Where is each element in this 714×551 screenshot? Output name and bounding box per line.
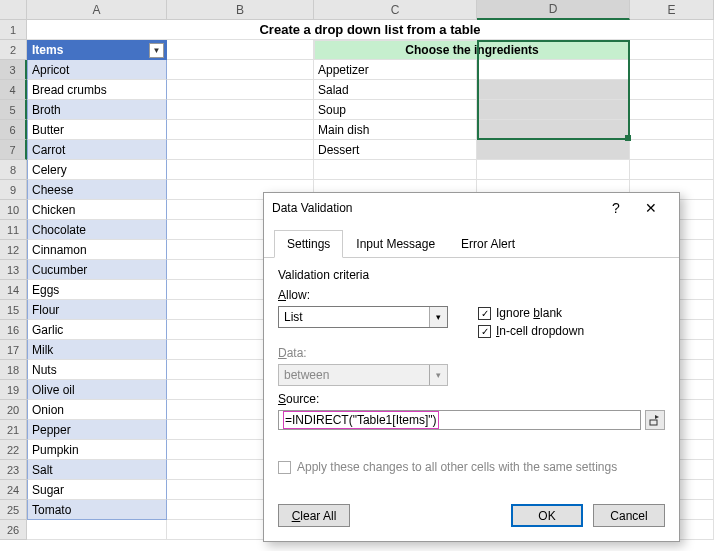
allow-dropdown[interactable]: List ▾: [278, 306, 448, 328]
tab-error-alert[interactable]: Error Alert: [448, 230, 528, 258]
close-icon[interactable]: ✕: [631, 200, 671, 216]
row-header[interactable]: 16: [0, 320, 27, 340]
cell[interactable]: Items▼: [27, 40, 167, 60]
cell[interactable]: Main dish: [314, 120, 477, 140]
row-header[interactable]: 21: [0, 420, 27, 440]
row-header[interactable]: 18: [0, 360, 27, 380]
cell[interactable]: [167, 60, 314, 80]
cell[interactable]: [477, 160, 630, 180]
row-header[interactable]: 10: [0, 200, 27, 220]
cell[interactable]: [630, 100, 714, 120]
range-select-button[interactable]: [645, 410, 665, 430]
cell[interactable]: [167, 140, 314, 160]
ignore-blank-checkbox[interactable]: ✓: [478, 307, 491, 320]
row-header[interactable]: 20: [0, 400, 27, 420]
cell[interactable]: Apricot: [27, 60, 167, 80]
cell[interactable]: Onion: [27, 400, 167, 420]
cell[interactable]: [477, 60, 630, 80]
row-header[interactable]: 11: [0, 220, 27, 240]
chevron-down-icon: ▾: [429, 307, 447, 327]
cell[interactable]: Celery: [27, 160, 167, 180]
row-header[interactable]: 15: [0, 300, 27, 320]
cell[interactable]: Pepper: [27, 420, 167, 440]
cell[interactable]: [630, 140, 714, 160]
cell[interactable]: Flour: [27, 300, 167, 320]
row-header[interactable]: 5: [0, 100, 27, 120]
row-header[interactable]: 4: [0, 80, 27, 100]
cell[interactable]: Dessert: [314, 140, 477, 160]
cell[interactable]: Pumpkin: [27, 440, 167, 460]
row-header[interactable]: 1: [0, 20, 27, 40]
row-header[interactable]: 17: [0, 340, 27, 360]
column-header[interactable]: D: [477, 0, 630, 20]
cell[interactable]: Cucumber: [27, 260, 167, 280]
cell[interactable]: Carrot: [27, 140, 167, 160]
cell[interactable]: Olive oil: [27, 380, 167, 400]
row-header[interactable]: 3: [0, 60, 27, 80]
row-header[interactable]: 19: [0, 380, 27, 400]
row-header[interactable]: 26: [0, 520, 27, 540]
row-header[interactable]: 14: [0, 280, 27, 300]
cell[interactable]: Salad: [314, 80, 477, 100]
cell[interactable]: [630, 60, 714, 80]
cell[interactable]: Cinnamon: [27, 240, 167, 260]
cell[interactable]: Soup: [314, 100, 477, 120]
cell[interactable]: [167, 100, 314, 120]
cell[interactable]: [314, 160, 477, 180]
source-input[interactable]: =INDIRECT("Table1[Items]"): [278, 410, 641, 430]
column-header[interactable]: B: [167, 0, 314, 20]
dialog-title: Data Validation: [272, 201, 601, 215]
cell[interactable]: [630, 80, 714, 100]
cell[interactable]: Salt: [27, 460, 167, 480]
cell[interactable]: Broth: [27, 100, 167, 120]
column-header[interactable]: C: [314, 0, 477, 20]
row-header[interactable]: 13: [0, 260, 27, 280]
cell[interactable]: [477, 80, 630, 100]
row-header[interactable]: 9: [0, 180, 27, 200]
cell[interactable]: Eggs: [27, 280, 167, 300]
cell[interactable]: Bread crumbs: [27, 80, 167, 100]
filter-dropdown-icon[interactable]: ▼: [149, 43, 164, 58]
ingredients-header[interactable]: Choose the ingredients: [314, 40, 630, 60]
column-header[interactable]: E: [630, 0, 714, 20]
cell[interactable]: Sugar: [27, 480, 167, 500]
row-header[interactable]: 2: [0, 40, 27, 60]
row-header[interactable]: 8: [0, 160, 27, 180]
row-header[interactable]: 7: [0, 140, 27, 160]
select-all-corner[interactable]: [0, 0, 27, 20]
cell[interactable]: [630, 160, 714, 180]
cell[interactable]: [167, 80, 314, 100]
column-header[interactable]: A: [27, 0, 167, 20]
row-header[interactable]: 22: [0, 440, 27, 460]
row-header[interactable]: 12: [0, 240, 27, 260]
cell[interactable]: [630, 120, 714, 140]
row-header[interactable]: 23: [0, 460, 27, 480]
incell-dropdown-checkbox[interactable]: ✓: [478, 325, 491, 338]
cell[interactable]: Butter: [27, 120, 167, 140]
tab-input-message[interactable]: Input Message: [343, 230, 448, 258]
cell[interactable]: [167, 40, 314, 60]
ok-button[interactable]: OK: [511, 504, 583, 527]
row-header[interactable]: 6: [0, 120, 27, 140]
row-header[interactable]: 25: [0, 500, 27, 520]
cell[interactable]: [27, 520, 167, 540]
cell[interactable]: Appetizer: [314, 60, 477, 80]
cancel-button[interactable]: Cancel: [593, 504, 665, 527]
clear-all-button[interactable]: Clear All: [278, 504, 350, 527]
tab-settings[interactable]: Settings: [274, 230, 343, 258]
cell[interactable]: [167, 120, 314, 140]
cell[interactable]: Tomato: [27, 500, 167, 520]
cell[interactable]: [630, 40, 714, 60]
help-icon[interactable]: ?: [601, 200, 631, 216]
cell[interactable]: [477, 140, 630, 160]
cell[interactable]: [167, 160, 314, 180]
cell[interactable]: Milk: [27, 340, 167, 360]
cell[interactable]: Chocolate: [27, 220, 167, 240]
cell[interactable]: [477, 120, 630, 140]
cell[interactable]: Chicken: [27, 200, 167, 220]
cell[interactable]: Cheese: [27, 180, 167, 200]
cell[interactable]: Nuts: [27, 360, 167, 380]
cell[interactable]: Garlic: [27, 320, 167, 340]
cell[interactable]: [477, 100, 630, 120]
row-header[interactable]: 24: [0, 480, 27, 500]
